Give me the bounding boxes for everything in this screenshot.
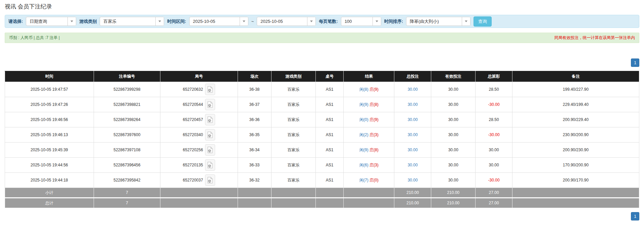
round-id: 652720037 [183,178,203,183]
cell-time: 2025-10-05 19:47:26 [5,97,94,112]
video-file-icon[interactable] [205,144,215,156]
cell-session: 36-35 [238,127,271,143]
cell-result: 闲(7) 庄(0) [344,173,394,188]
cell-result: 闲(6) 庄(3) [344,158,394,173]
total-bet-link[interactable]: 30.00 [408,117,418,122]
total-bet-link[interactable]: 30.00 [408,102,418,107]
table-row: 2025-10-05 19:44:18522867395842652720037… [5,173,639,188]
cell-bet-id: 522867397108 [94,143,160,158]
cell-total-bet: 30.00 [394,82,431,97]
result-player: 闲(8) [359,87,368,92]
query-button[interactable]: 查询 [474,16,492,27]
cell-time: 2025-10-05 19:44:18 [5,173,94,188]
cell-session: 36-34 [238,143,271,158]
total-empty [512,198,639,208]
cell-note: 229.40/199.40 [512,97,639,112]
caret-down-icon[interactable] [67,17,76,26]
cell-round-id: 652720457 [160,112,238,127]
cell-round-id: 652720037 [160,173,238,188]
total-bet-link[interactable]: 30.00 [408,148,418,152]
cell-game-type: 百家乐 [271,158,315,173]
cell-total-bet: 30.00 [394,97,431,112]
cell-valid-bet: 30.00 [431,127,476,143]
time-range-label: 时间区间: [167,18,186,25]
result-banker: 庄(0) [369,178,379,183]
summary-bar: 币别 : 人民币 | 总共 :7 注单 | 同局有效投注，统一计算在该局第一张注… [5,33,639,43]
subtotal-payout: 27.00 [476,188,512,198]
total-bet-link[interactable]: 30.00 [408,163,418,167]
subtotal-row: 小计 7 210.00 210.00 27.00 [5,188,639,198]
table-row: 2025-10-05 19:46:13522867397600652720340… [5,127,639,143]
currency-summary: 币别 : 人民币 | 总共 :7 注单 | [9,35,60,41]
round-id: 652720544 [183,102,203,107]
cell-result: 闲(9) 庄(8) [344,143,394,158]
cell-round-id: 652720632 [160,82,238,97]
cell-payout: -30.00 [476,97,512,112]
date-from-value: 2025-10-05 [190,17,240,26]
pagination-top: 1 [5,58,639,67]
query-mode-select[interactable]: 日期查询 [26,17,76,26]
caret-down-icon[interactable] [373,17,381,26]
cell-table-id: AS1 [316,173,344,188]
round-id: 652720256 [183,148,203,152]
sort-order-select[interactable]: 降幂(由大到小) [406,17,470,26]
subtotal-total-bet: 210.00 [394,188,431,198]
cell-game-type: 百家乐 [271,112,315,127]
video-file-icon[interactable] [205,159,215,171]
total-bet-link[interactable]: 30.00 [408,132,418,137]
cell-valid-bet: 30.00 [431,112,476,127]
caret-down-icon[interactable] [240,17,248,26]
cell-total-bet: 30.00 [394,143,431,158]
video-file-icon[interactable] [205,129,215,140]
page-size-value: 100 [341,17,373,26]
cell-game-type: 百家乐 [271,143,315,158]
total-bet-link[interactable]: 30.00 [408,178,418,183]
video-file-icon[interactable] [205,114,215,125]
cell-note: 200.90/229.40 [512,112,639,127]
subtotal-empty [160,188,238,198]
page-1-button[interactable]: 1 [631,212,639,220]
video-file-icon[interactable] [205,99,215,110]
total-total-bet: 210.00 [394,198,431,208]
cell-game-type: 百家乐 [271,97,315,112]
video-file-icon[interactable] [205,84,215,95]
result-banker: 庄(9) [369,87,379,92]
page-size-select[interactable]: 100 [341,17,381,26]
game-type-select[interactable]: 百家乐 [100,17,164,26]
total-bet-link[interactable]: 30.00 [408,87,418,92]
result-player: 闲(0) [359,117,368,122]
cell-bet-id: 522867398821 [94,97,160,112]
cell-table-id: AS1 [316,143,344,158]
result-banker: 庄(9) [369,117,379,122]
caret-down-icon[interactable] [155,17,164,26]
total-empty [160,198,238,208]
cell-valid-bet: 30.00 [431,82,476,97]
cell-table-id: AS1 [316,158,344,173]
subtotal-empty [238,188,271,198]
result-player: 闲(2) [359,132,368,137]
subtotal-count: 7 [94,188,160,198]
grand-total-row: 总计 7 210.00 210.00 27.00 [5,198,639,208]
cell-note: 170.90/200.90 [512,158,639,173]
date-from-select[interactable]: 2025-10-05 [189,17,248,26]
cell-bet-id: 522867398264 [94,112,160,127]
column-header-2: 局号 [160,71,238,82]
total-empty [344,198,394,208]
cell-note: 200.90/230.90 [512,143,639,158]
video-file-icon[interactable] [205,174,215,186]
table-row: 2025-10-05 19:47:57522867399298652720632… [5,82,639,97]
page-1-button[interactable]: 1 [631,58,639,67]
caret-down-icon[interactable] [307,17,315,26]
caret-down-icon[interactable] [462,17,470,26]
cell-result: 闲(8) 庄(9) [344,82,394,97]
column-header-10: 备注 [512,71,639,82]
cell-session: 36-38 [238,82,271,97]
cell-payout: 30.00 [476,143,512,158]
result-player: 闲(9) [359,148,368,152]
range-separator: ~ [251,19,254,24]
pagination-bottom: 1 [5,212,639,220]
cell-payout: -30.00 [476,127,512,143]
date-to-select[interactable]: 2025-10-05 [257,17,316,26]
column-header-9: 总派彩 [476,71,512,82]
subtotal-empty [512,188,639,198]
